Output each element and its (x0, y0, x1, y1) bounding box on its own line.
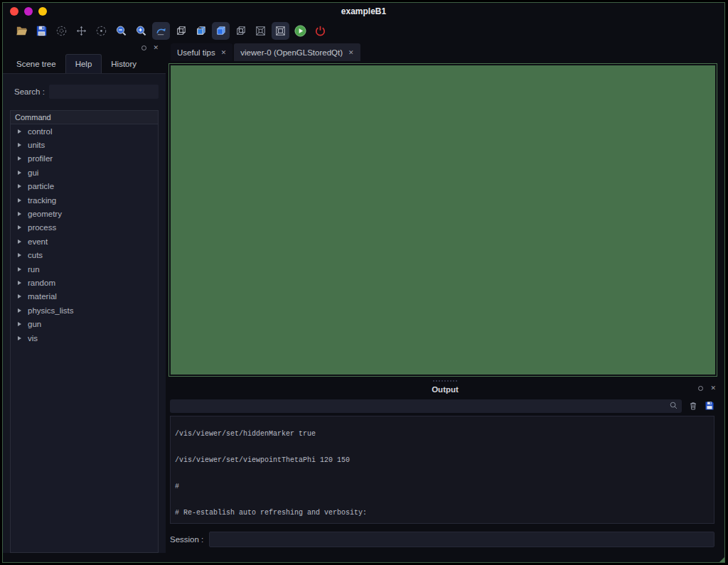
power-icon (314, 24, 327, 38)
save-button[interactable] (33, 22, 50, 40)
left-dock-controls: ✕ (3, 42, 166, 53)
output-close-button[interactable]: ✕ (710, 385, 716, 392)
close-window-button[interactable] (10, 7, 18, 16)
output-search-row (170, 399, 714, 412)
viewer-tabbar: Useful tips ✕ viewer-0 (OpenGLStoredQt) … (166, 42, 724, 61)
tree-item-material[interactable]: material (11, 290, 158, 303)
viewer-frame (168, 63, 717, 377)
perspective-button[interactable] (252, 22, 269, 40)
console-line: /vis/viewer/set/viewpointThetaPhi 120 15… (175, 456, 714, 465)
rotate-button[interactable] (53, 22, 70, 40)
tree-item-gui[interactable]: gui (11, 166, 158, 179)
left-dock-tabbar: Scene tree Help History (3, 53, 166, 73)
expand-arrow-icon[interactable] (18, 198, 21, 203)
run-play-icon (294, 24, 307, 38)
expand-arrow-icon[interactable] (18, 294, 21, 298)
tree-item-run[interactable]: run (11, 262, 158, 276)
zoom-in-button[interactable] (132, 22, 150, 40)
console-line: # (175, 483, 714, 491)
console-line: /vis/viewer/set/hiddenMarker true (175, 430, 714, 438)
tree-item-process[interactable]: process (11, 221, 158, 235)
tree-item-control[interactable]: control (11, 124, 158, 138)
mouse-rotate-button[interactable] (152, 22, 170, 40)
tree-item-units[interactable]: units (11, 138, 158, 151)
minimize-window-button[interactable] (24, 7, 33, 16)
title-bar: exampleB1 (3, 3, 724, 20)
tree-item-random[interactable]: random (11, 276, 158, 289)
orthographic-button[interactable] (272, 22, 289, 40)
expand-arrow-icon[interactable] (18, 156, 21, 161)
zoom-window-button[interactable] (38, 7, 47, 16)
open-button[interactable] (13, 22, 31, 40)
tree-item-geometry[interactable]: geometry (11, 207, 158, 220)
zoom-out-button[interactable] (112, 22, 130, 40)
exit-button[interactable] (311, 22, 329, 40)
move-icon (75, 24, 88, 38)
search-icon (669, 401, 678, 410)
expand-arrow-icon[interactable] (18, 267, 21, 271)
splitter-handle[interactable] (433, 380, 457, 382)
save-output-button[interactable] (705, 401, 714, 411)
search-label: Search : (14, 87, 45, 96)
orthographic-icon (274, 24, 287, 38)
window-title: exampleB1 (341, 6, 386, 16)
toolbar (3, 20, 724, 42)
tree-item-gun[interactable]: gun (11, 317, 158, 330)
solid-cube-icon (214, 24, 228, 38)
open-folder-icon (15, 24, 28, 38)
move-button[interactable] (73, 22, 90, 40)
tree-item-vis[interactable]: vis (11, 331, 158, 345)
tree-item-tracking[interactable]: tracking (11, 193, 158, 207)
tree-item-particle[interactable]: particle (11, 180, 158, 193)
wireframe-button[interactable] (172, 22, 190, 40)
clear-output-button[interactable] (688, 401, 698, 411)
expand-arrow-icon[interactable] (18, 240, 21, 244)
tab-viewer-0[interactable]: viewer-0 (OpenGLStoredQt) ✕ (234, 43, 360, 61)
expand-arrow-icon[interactable] (18, 308, 21, 313)
wireframe-cube-icon (174, 24, 188, 38)
traffic-lights (10, 7, 47, 16)
command-tree: Command control units profiler gui parti… (10, 110, 159, 553)
dock-float-button[interactable] (141, 45, 146, 50)
expand-arrow-icon[interactable] (18, 336, 21, 340)
expand-arrow-icon[interactable] (18, 281, 21, 285)
save-floppy-icon (705, 401, 714, 411)
tab-scene-tree[interactable]: Scene tree (7, 54, 65, 73)
tree-item-profiler[interactable]: profiler (11, 152, 158, 166)
tab-useful-tips[interactable]: Useful tips ✕ (171, 43, 232, 61)
expand-arrow-icon[interactable] (18, 129, 21, 134)
command-tree-header: Command (11, 111, 158, 124)
trash-icon (688, 401, 698, 411)
session-input[interactable] (209, 532, 714, 547)
hidden-line-removal-button[interactable] (192, 22, 210, 40)
session-row: Session : (170, 532, 714, 547)
search-input[interactable] (49, 85, 159, 99)
output-float-button[interactable] (698, 386, 703, 391)
pick-button[interactable] (92, 22, 110, 40)
output-search-input[interactable] (170, 399, 682, 413)
opengl-viewport[interactable] (171, 65, 715, 375)
tree-item-cuts[interactable]: cuts (11, 249, 158, 262)
expand-arrow-icon[interactable] (18, 322, 21, 326)
resize-grip[interactable] (719, 557, 724, 562)
dock-close-button[interactable]: ✕ (153, 45, 159, 51)
expand-arrow-icon[interactable] (18, 253, 21, 257)
expand-arrow-icon[interactable] (18, 212, 21, 216)
run-beam-on-button[interactable] (291, 22, 309, 40)
help-panel: Search : Command control units profiler … (3, 73, 166, 553)
hidden-line-cube-icon (194, 24, 208, 38)
output-console[interactable]: /vis/viewer/set/hiddenMarker true /vis/v… (170, 416, 714, 524)
close-tab-icon[interactable]: ✕ (348, 49, 354, 56)
tab-help[interactable]: Help (65, 54, 102, 73)
hidden-line-surface-removal-button[interactable] (232, 22, 250, 40)
expand-arrow-icon[interactable] (18, 171, 21, 175)
tree-item-event[interactable]: event (11, 235, 158, 248)
expand-arrow-icon[interactable] (18, 225, 21, 230)
tab-history[interactable]: History (102, 54, 146, 73)
expand-arrow-icon[interactable] (18, 184, 21, 188)
solid-button[interactable] (212, 22, 230, 40)
expand-arrow-icon[interactable] (18, 143, 21, 147)
tree-item-physics-lists[interactable]: physics_lists (11, 303, 158, 317)
mouse-rotate-icon (154, 24, 168, 38)
close-tab-icon[interactable]: ✕ (221, 49, 227, 56)
